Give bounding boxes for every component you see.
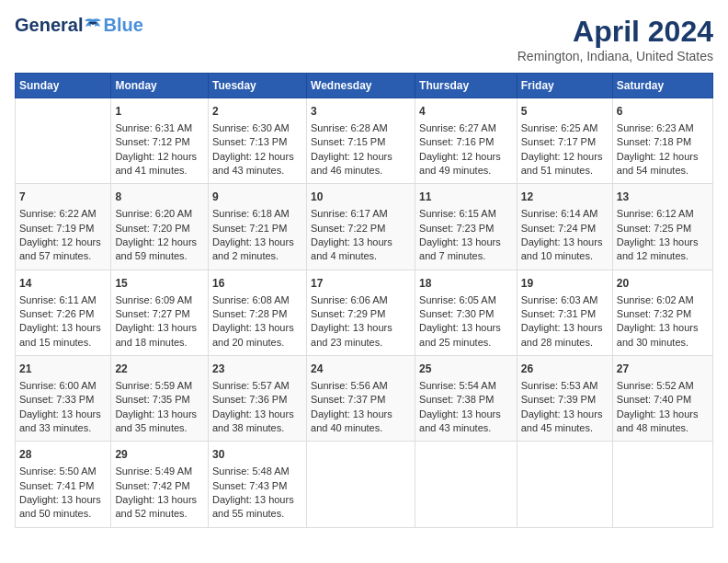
calendar-cell xyxy=(307,442,415,527)
sunset-time: Sunset: 7:35 PM xyxy=(115,394,189,405)
sunrise-time: Sunrise: 6:08 AM xyxy=(212,294,290,305)
day-number: 18 xyxy=(419,276,513,292)
daylight-hours: Daylight: 12 hours and 46 minutes. xyxy=(311,151,392,176)
sunrise-time: Sunrise: 6:20 AM xyxy=(115,208,192,219)
sunset-time: Sunset: 7:36 PM xyxy=(212,394,287,405)
day-number: 12 xyxy=(521,190,609,205)
calendar-cell: 16 Sunrise: 6:08 AM Sunset: 7:28 PM Dayl… xyxy=(208,270,306,355)
daylight-hours: Daylight: 13 hours and 23 minutes. xyxy=(311,322,392,347)
logo-bird-icon xyxy=(83,17,103,34)
sunrise-time: Sunrise: 5:56 AM xyxy=(311,380,388,391)
sunset-time: Sunset: 7:21 PM xyxy=(212,223,287,234)
daylight-hours: Daylight: 13 hours and 18 minutes. xyxy=(115,322,197,347)
logo: General Blue xyxy=(15,15,143,36)
day-number: 30 xyxy=(212,447,302,463)
sunset-time: Sunset: 7:24 PM xyxy=(521,223,596,234)
calendar-cell: 8 Sunrise: 6:20 AM Sunset: 7:20 PM Dayli… xyxy=(111,184,209,270)
header-friday: Friday xyxy=(517,74,612,98)
sunrise-time: Sunrise: 6:30 AM xyxy=(212,122,290,133)
sunset-time: Sunset: 7:33 PM xyxy=(19,394,94,405)
calendar-cell: 2 Sunrise: 6:30 AM Sunset: 7:13 PM Dayli… xyxy=(208,98,306,184)
title-block: April 2024 Remington, Indiana, United St… xyxy=(518,15,713,63)
day-number: 9 xyxy=(212,190,302,205)
daylight-hours: Daylight: 13 hours and 4 minutes. xyxy=(311,236,392,261)
sunrise-time: Sunrise: 6:12 AM xyxy=(617,208,694,219)
calendar-cell: 25 Sunrise: 5:54 AM Sunset: 7:38 PM Dayl… xyxy=(415,356,518,442)
sunset-time: Sunset: 7:22 PM xyxy=(311,223,385,234)
day-number: 23 xyxy=(212,362,302,377)
page-subtitle: Remington, Indiana, United States xyxy=(518,49,713,63)
header-monday: Monday xyxy=(111,74,209,98)
sunrise-time: Sunrise: 5:52 AM xyxy=(617,380,694,391)
calendar-table: Sunday Monday Tuesday Wednesday Thursday… xyxy=(15,73,713,528)
sunset-time: Sunset: 7:29 PM xyxy=(311,308,385,319)
day-number: 24 xyxy=(311,362,411,377)
daylight-hours: Daylight: 13 hours and 33 minutes. xyxy=(19,408,101,433)
sunset-time: Sunset: 7:27 PM xyxy=(115,308,189,319)
sunrise-time: Sunrise: 6:25 AM xyxy=(521,122,598,133)
daylight-hours: Daylight: 13 hours and 55 minutes. xyxy=(212,494,294,519)
day-number: 10 xyxy=(311,190,411,205)
daylight-hours: Daylight: 13 hours and 30 minutes. xyxy=(617,322,699,347)
daylight-hours: Daylight: 13 hours and 2 minutes. xyxy=(212,236,294,261)
calendar-cell: 20 Sunrise: 6:02 AM Sunset: 7:32 PM Dayl… xyxy=(612,270,712,355)
sunset-time: Sunset: 7:31 PM xyxy=(521,308,596,319)
sunset-time: Sunset: 7:25 PM xyxy=(617,223,691,234)
sunset-time: Sunset: 7:39 PM xyxy=(521,394,596,405)
sunset-time: Sunset: 7:32 PM xyxy=(617,308,691,319)
sunrise-time: Sunrise: 5:54 AM xyxy=(419,380,496,391)
sunset-time: Sunset: 7:13 PM xyxy=(212,136,287,147)
sunset-time: Sunset: 7:20 PM xyxy=(115,223,189,234)
header-saturday: Saturday xyxy=(612,74,712,98)
sunset-time: Sunset: 7:17 PM xyxy=(521,136,596,147)
calendar-cell: 29 Sunrise: 5:49 AM Sunset: 7:42 PM Dayl… xyxy=(111,442,209,527)
calendar-cell: 26 Sunrise: 5:53 AM Sunset: 7:39 PM Dayl… xyxy=(517,356,612,442)
day-number: 13 xyxy=(617,190,709,205)
sunrise-time: Sunrise: 6:31 AM xyxy=(115,122,192,133)
day-number: 28 xyxy=(19,447,107,463)
sunrise-time: Sunrise: 6:27 AM xyxy=(419,122,496,133)
daylight-hours: Daylight: 12 hours and 41 minutes. xyxy=(115,151,197,176)
sunrise-time: Sunrise: 6:03 AM xyxy=(521,294,598,305)
calendar-cell: 4 Sunrise: 6:27 AM Sunset: 7:16 PM Dayli… xyxy=(415,98,518,184)
header-tuesday: Tuesday xyxy=(208,74,306,98)
calendar-cell: 7 Sunrise: 6:22 AM Sunset: 7:19 PM Dayli… xyxy=(16,184,111,270)
day-number: 29 xyxy=(115,447,204,463)
day-number: 25 xyxy=(419,362,513,377)
sunset-time: Sunset: 7:16 PM xyxy=(419,136,494,147)
day-number: 3 xyxy=(311,104,411,120)
sunrise-time: Sunrise: 6:05 AM xyxy=(419,294,496,305)
sunrise-time: Sunrise: 6:23 AM xyxy=(617,122,694,133)
sunrise-time: Sunrise: 6:22 AM xyxy=(19,208,97,219)
day-number: 14 xyxy=(19,276,107,292)
sunrise-time: Sunrise: 6:15 AM xyxy=(419,208,496,219)
sunset-time: Sunset: 7:18 PM xyxy=(617,136,691,147)
calendar-cell: 17 Sunrise: 6:06 AM Sunset: 7:29 PM Dayl… xyxy=(307,270,415,355)
sunrise-time: Sunrise: 5:49 AM xyxy=(115,465,192,477)
calendar-cell: 6 Sunrise: 6:23 AM Sunset: 7:18 PM Dayli… xyxy=(612,98,712,184)
sunrise-time: Sunrise: 6:02 AM xyxy=(617,294,694,305)
daylight-hours: Daylight: 13 hours and 28 minutes. xyxy=(521,322,603,347)
daylight-hours: Daylight: 13 hours and 25 minutes. xyxy=(419,322,501,347)
sunset-time: Sunset: 7:40 PM xyxy=(617,394,691,405)
day-number: 16 xyxy=(212,276,302,292)
day-number: 15 xyxy=(115,276,204,292)
calendar-cell xyxy=(612,442,712,527)
logo-general-text: General xyxy=(15,15,83,36)
day-number: 26 xyxy=(521,362,609,377)
calendar-cell: 22 Sunrise: 5:59 AM Sunset: 7:35 PM Dayl… xyxy=(111,356,209,442)
daylight-hours: Daylight: 12 hours and 57 minutes. xyxy=(19,236,101,261)
day-number: 8 xyxy=(115,190,204,205)
logo-blue-text: Blue xyxy=(103,15,142,36)
sunset-time: Sunset: 7:26 PM xyxy=(19,308,94,319)
sunset-time: Sunset: 7:15 PM xyxy=(311,136,385,147)
daylight-hours: Daylight: 12 hours and 51 minutes. xyxy=(521,151,603,176)
daylight-hours: Daylight: 13 hours and 48 minutes. xyxy=(617,408,699,433)
calendar-week-row: 1 Sunrise: 6:31 AM Sunset: 7:12 PM Dayli… xyxy=(16,98,713,184)
calendar-cell: 10 Sunrise: 6:17 AM Sunset: 7:22 PM Dayl… xyxy=(307,184,415,270)
calendar-cell: 15 Sunrise: 6:09 AM Sunset: 7:27 PM Dayl… xyxy=(111,270,209,355)
daylight-hours: Daylight: 13 hours and 52 minutes. xyxy=(115,494,197,519)
sunset-time: Sunset: 7:28 PM xyxy=(212,308,287,319)
daylight-hours: Daylight: 13 hours and 10 minutes. xyxy=(521,236,603,261)
sunrise-time: Sunrise: 6:00 AM xyxy=(19,380,97,391)
